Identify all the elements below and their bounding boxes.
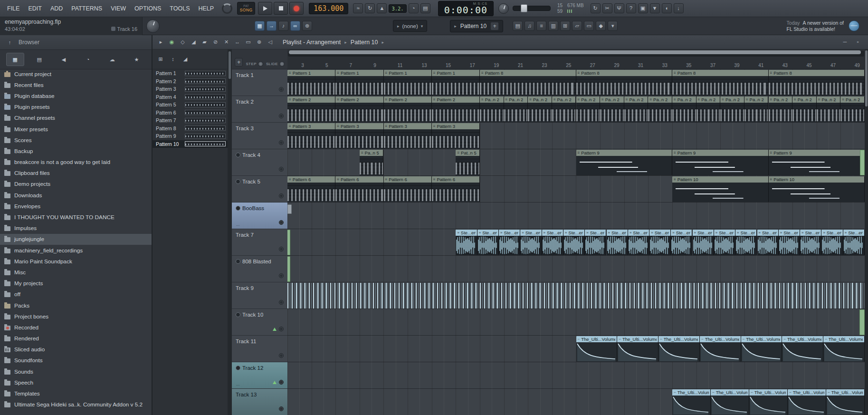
clip-ste-en[interactable]: »Ste...en <box>456 230 477 255</box>
browser-item-channel-presets[interactable]: Channel presets <box>0 113 152 124</box>
quantizer-icon[interactable] <box>536 21 546 31</box>
browser-item-downloads[interactable]: Downloads <box>0 190 152 201</box>
clip-pattern-1[interactable]: ≡Pattern 1 <box>287 70 335 96</box>
clip-ste-en[interactable]: »Ste...en <box>520 230 542 255</box>
clip-pa-n-2[interactable]: ≡Pa..n 2 <box>528 97 552 122</box>
clip-pattern-6[interactable]: ≡Pattern 6 <box>335 176 383 202</box>
pianoroll-icon[interactable] <box>278 21 288 31</box>
export-icon[interactable] <box>650 3 660 13</box>
clip-the-ulti-volume[interactable]: ~The_Ulti...Volume <box>576 336 618 362</box>
track-mode-icon[interactable] <box>236 312 240 317</box>
audio-sliver-clip[interactable] <box>287 256 290 282</box>
browser-item-project-bones[interactable]: Project bones <box>0 311 152 322</box>
pattern-row-pattern-7[interactable]: Pattern 7 <box>153 116 228 125</box>
clip-the-ulti-volume[interactable]: ~The_Ulti...Volume <box>711 389 749 415</box>
touch-icon[interactable] <box>302 21 312 31</box>
update-notification[interactable]: TodayA newer version of FL Studio is ava… <box>787 20 844 32</box>
record-arm-icon[interactable] <box>279 140 284 145</box>
pattern-prev-icon[interactable]: ▸ <box>454 24 457 29</box>
audio-sliver-clip[interactable] <box>287 204 292 214</box>
clip-the-ulti-volume[interactable]: ~The_Ulti...Volume <box>749 389 788 415</box>
browser-item-plugin-database[interactable]: Plugin database <box>0 90 152 101</box>
clip-the-ulti-volume[interactable]: ~The_Ulti...Volume <box>617 336 658 362</box>
history-icon[interactable] <box>79 53 97 66</box>
track-header-track-3[interactable]: Track 3 <box>232 123 287 149</box>
clip-pattern-3[interactable]: ≡Pattern 3 <box>384 123 432 149</box>
keys-icon[interactable] <box>584 21 594 31</box>
menu-help[interactable]: HELP <box>194 0 219 17</box>
clip-pa-n-2[interactable]: ≡Pa..n 2 <box>552 97 576 122</box>
clip-the-ulti-volume[interactable]: ~The_Ulti...Volume <box>672 389 711 415</box>
clip-ste-en[interactable]: »Ste...en <box>714 230 735 255</box>
audio-sliver-clip[interactable] <box>860 150 865 175</box>
pattern-row-pattern-10[interactable]: Pattern 10 <box>153 140 228 148</box>
slide-knob-icon[interactable] <box>279 61 285 67</box>
browser-item-plugin-presets[interactable]: Plugin presets <box>0 102 152 113</box>
browser-item-misc[interactable]: Misc <box>0 267 152 278</box>
clip-pattern-2[interactable]: ≡Pattern 2 <box>335 97 383 122</box>
record-arm-icon[interactable] <box>279 353 284 358</box>
pattern-row-pattern-4[interactable]: Pattern 4 <box>153 93 228 101</box>
clip-pa-n-2[interactable]: ≡Pa..n 2 <box>504 97 528 122</box>
track-header-track-4[interactable]: Track 4 <box>232 149 287 176</box>
tools-icon[interactable] <box>596 21 606 31</box>
tempo-display[interactable]: 163.000 <box>309 3 348 14</box>
clip-pattern-6[interactable]: ≡Pattern 6 <box>384 176 432 202</box>
globe-icon[interactable] <box>849 20 859 31</box>
track-header-track-7[interactable]: Track 7 <box>232 229 287 256</box>
track-header-track-5[interactable]: Track 5 <box>232 176 287 203</box>
cart-icon[interactable] <box>608 21 618 31</box>
stop-button[interactable] <box>274 2 288 15</box>
browser-item-demo-projects[interactable]: Demo projects <box>0 179 152 190</box>
record-arm-icon[interactable] <box>279 300 284 305</box>
clip-pattern-9[interactable]: ≡Pattern 9 <box>769 150 865 175</box>
track-header-track-9[interactable]: Track 9 <box>232 282 287 309</box>
browser-item-recorded[interactable]: Recorded <box>0 322 152 333</box>
clip-pattern-8[interactable]: ≡Pattern 8 <box>769 70 865 96</box>
menu-edit[interactable]: EDIT <box>24 0 46 17</box>
clip-pa-n-2[interactable]: ≡Pa..n 2 <box>480 97 504 122</box>
clip-ste-en[interactable]: »Ste...en <box>693 230 714 255</box>
clip-ste-en[interactable]: »Ste...en <box>843 230 865 255</box>
browser-item-impulses[interactable]: Impulses <box>0 223 152 234</box>
pattern-scroll-thumb[interactable] <box>229 51 231 79</box>
track-header-track-2[interactable]: Track 2 <box>232 96 287 123</box>
browser-item-envelopes[interactable]: Envelopes <box>0 201 152 212</box>
magnet-icon[interactable] <box>167 38 176 47</box>
cloud-icon[interactable] <box>103 53 121 66</box>
feedback-icon[interactable] <box>662 3 672 13</box>
browser-item-recent-files[interactable]: Recent files <box>0 79 152 90</box>
time-display-panel[interactable]: M:S:CS 0:00:00 <box>438 1 494 16</box>
record-arm-icon[interactable] <box>279 87 284 92</box>
record-arm-icon[interactable] <box>279 380 284 385</box>
pattern-row-pattern-2[interactable]: Pattern 2 <box>153 77 228 86</box>
select-icon[interactable] <box>244 38 253 47</box>
menu-file[interactable]: FILE <box>3 0 24 17</box>
track-header-track-1[interactable]: Track 1 <box>232 69 287 96</box>
add-track-button[interactable]: + <box>235 58 243 67</box>
track-header-track-13[interactable]: Track 13 <box>232 389 287 415</box>
track-header-track-10[interactable]: Track 10 <box>232 309 287 336</box>
record-arm-icon[interactable] <box>279 273 284 278</box>
delete-icon[interactable] <box>211 38 220 47</box>
favorites-icon[interactable] <box>127 53 145 66</box>
add-pattern-button[interactable]: + <box>490 22 499 30</box>
cut-icon[interactable] <box>602 3 612 13</box>
clip-pat-n-5[interactable]: ≡Pat..n 5 <box>456 150 480 175</box>
aux-display[interactable]: 3.2. <box>389 4 406 13</box>
save-icon[interactable] <box>638 3 648 13</box>
volume-handle[interactable] <box>521 4 527 12</box>
preview-icon[interactable] <box>266 38 275 47</box>
clip-the-ulti-volume[interactable]: ~The_Ulti...Volume <box>823 336 865 362</box>
arm-triangle-icon[interactable] <box>273 328 277 331</box>
browser-item-breakcore-is-not-a-good-way-to[interactable]: breakcore is not a good way to get laid <box>0 157 152 168</box>
menu-add[interactable]: ADD <box>46 0 67 17</box>
clip-pattern-6[interactable]: ≡Pattern 6 <box>287 176 335 202</box>
main-volume-knob[interactable] <box>146 19 160 33</box>
metronome-icon[interactable] <box>377 3 387 13</box>
browser-item-sounds[interactable]: Sounds <box>0 366 152 377</box>
audio-sliver-clip[interactable] <box>859 309 865 335</box>
record-arm-icon[interactable] <box>279 114 284 118</box>
timeline-ruler[interactable]: 3579111315171921232527293133353739414345… <box>287 61 865 69</box>
files-icon[interactable] <box>30 53 48 66</box>
